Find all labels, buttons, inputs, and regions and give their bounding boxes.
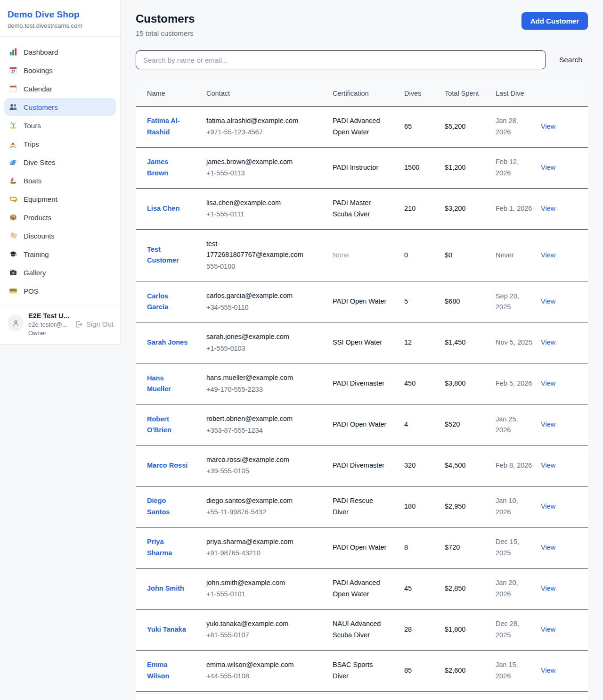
- col-header-total-spent: Total Spent: [445, 82, 496, 106]
- table-row: Carlos Garcia carlos.garcia@example.com …: [136, 281, 588, 322]
- customer-last-dive: Dec 28, 2025: [496, 609, 541, 650]
- customers-table-card: Name Contact Certification Dives Total S…: [136, 82, 588, 700]
- customer-email: marco.rossi@example.com: [206, 454, 314, 465]
- table-row: Marco Rossi marco.rossi@example.com +39-…: [136, 445, 588, 486]
- shop-name: Demo Dive Shop: [8, 9, 113, 20]
- sidebar-item-label: Products: [24, 214, 51, 222]
- view-link[interactable]: View: [541, 338, 555, 346]
- customer-name-link[interactable]: Emma Wilson: [147, 661, 169, 679]
- customer-total-spent: $2,600: [445, 650, 496, 691]
- sidebar-item-gallery[interactable]: Gallery: [4, 264, 116, 281]
- sidebar-item-label: Calendar: [24, 85, 52, 93]
- sidebar-nav: Dashboard Bookings Calendar Customers To…: [0, 37, 120, 305]
- sidebar-item-label: Trips: [24, 140, 39, 148]
- sidebar-item-pos[interactable]: POS: [4, 282, 116, 300]
- customer-name-link[interactable]: James Brown: [147, 158, 168, 176]
- customer-phone: +34-555-0110: [206, 302, 314, 313]
- customer-name-link[interactable]: Diego Santos: [147, 497, 170, 515]
- view-link[interactable]: View: [541, 420, 555, 428]
- person-icon: [12, 319, 20, 327]
- sidebar-item-label: Dive Sites: [24, 158, 56, 166]
- view-link[interactable]: View: [541, 164, 555, 171]
- customer-dives: 210: [404, 188, 445, 229]
- user-role: Owner: [28, 329, 70, 337]
- view-link[interactable]: View: [541, 585, 555, 592]
- sidebar-item-boats[interactable]: Boats: [4, 172, 116, 189]
- view-link[interactable]: View: [541, 297, 555, 305]
- bookings-icon: [9, 66, 17, 74]
- customer-dives: 8: [404, 527, 445, 568]
- view-link[interactable]: View: [541, 123, 555, 130]
- customer-email: hans.mueller@example.com: [206, 372, 314, 383]
- sidebar-item-tours[interactable]: Tours: [4, 116, 116, 134]
- sidebar-item-dive-sites[interactable]: Dive Sites: [4, 153, 116, 171]
- table-row: Test Customer test-1772681807767@example…: [136, 229, 588, 281]
- customer-total-spent: $1,200: [445, 147, 496, 188]
- customer-email: priya.sharma@example.com: [206, 536, 314, 547]
- customer-total-spent: $3,200: [445, 188, 496, 229]
- sidebar-item-dashboard[interactable]: Dashboard: [4, 43, 116, 61]
- user-name: E2E Test U...: [28, 312, 70, 320]
- customer-last-dive: Jan 25, 2026: [496, 404, 541, 445]
- col-header-dives: Dives: [404, 82, 445, 106]
- sign-out-icon: [75, 321, 82, 328]
- sidebar-item-calendar[interactable]: Calendar: [4, 80, 116, 98]
- view-link[interactable]: View: [541, 544, 555, 551]
- user-info: E2E Test U... e2e-tester@... Owner: [28, 312, 70, 337]
- table-row: Priya Sharma priya.sharma@example.com +9…: [136, 527, 588, 568]
- customer-total-spent: $3,800: [445, 363, 496, 404]
- avatar: [8, 315, 24, 331]
- sidebar-item-bookings[interactable]: Bookings: [4, 61, 116, 79]
- sidebar-item-equipment[interactable]: Equipment: [4, 190, 116, 208]
- page-header: Customers 15 total customers Add Custome…: [136, 12, 588, 37]
- customer-last-dive: Sep 20, 2025: [496, 281, 541, 322]
- customer-name-link[interactable]: Carlos Garcia: [147, 292, 168, 311]
- customer-last-dive: Feb 12, 2026: [496, 147, 541, 188]
- customers-icon: [9, 103, 17, 111]
- customer-name-link[interactable]: Robert O'Brien: [147, 415, 171, 434]
- col-header-name: Name: [136, 82, 206, 106]
- customer-phone: +1-555-0101: [206, 589, 314, 600]
- search-button[interactable]: Search: [546, 56, 588, 64]
- equipment-icon: [9, 195, 17, 203]
- customer-name-link[interactable]: Sarah Jones: [147, 338, 187, 346]
- view-link[interactable]: View: [541, 667, 555, 674]
- sidebar-item-customers[interactable]: Customers: [4, 98, 116, 116]
- view-link[interactable]: View: [541, 251, 555, 259]
- customer-name-link[interactable]: Test Customer: [147, 246, 179, 264]
- training-icon: [9, 250, 17, 258]
- sign-out-label: Sign Out: [86, 320, 114, 328]
- view-link[interactable]: View: [541, 379, 555, 387]
- customer-name-link[interactable]: Priya Sharma: [147, 538, 172, 556]
- view-link[interactable]: View: [541, 461, 555, 469]
- customer-name-link[interactable]: Marco Rossi: [147, 461, 187, 469]
- main-content: Customers 15 total customers Add Custome…: [121, 0, 603, 700]
- customer-total-spent: $2,950: [445, 486, 496, 527]
- app-root: Demo Dive Shop demo.test.divestreams.com…: [0, 0, 603, 700]
- sidebar-item-products[interactable]: Products: [4, 208, 116, 226]
- view-link[interactable]: View: [541, 626, 555, 633]
- customer-phone: +971-55-123-4567: [206, 127, 314, 138]
- customer-certification: PADI Master Scuba Diver: [333, 199, 371, 217]
- pos-icon: [9, 287, 17, 295]
- customer-name-link[interactable]: Hans Mueller: [147, 374, 171, 393]
- customer-name-link[interactable]: Yuki Tanaka: [147, 626, 186, 633]
- customer-name-link[interactable]: Fatima Al-Rashid: [147, 117, 180, 135]
- search-input[interactable]: [136, 50, 546, 69]
- customer-phone: +1-555-0103: [206, 343, 314, 354]
- sidebar-item-training[interactable]: Training: [4, 245, 116, 263]
- add-customer-button[interactable]: Add Customer: [522, 12, 588, 30]
- view-link[interactable]: View: [541, 502, 555, 510]
- customer-dives: 450: [404, 363, 445, 404]
- view-link[interactable]: View: [541, 205, 555, 212]
- customer-email: diego.santos@example.com: [206, 495, 314, 506]
- customer-email: carlos.garcia@example.com: [206, 290, 314, 301]
- sidebar-item-label: Gallery: [24, 269, 46, 277]
- customer-name-link[interactable]: John Smith: [147, 585, 184, 592]
- sign-out-button[interactable]: Sign Out: [75, 320, 114, 328]
- sidebar-item-discounts[interactable]: Discounts: [4, 227, 116, 245]
- sidebar-item-trips[interactable]: Trips: [4, 135, 116, 153]
- customer-phone: 555-0100: [206, 261, 314, 272]
- table-row: Lisa Chen lisa.chen@example.com +1-555-0…: [136, 188, 588, 229]
- customer-name-link[interactable]: Lisa Chen: [147, 205, 179, 212]
